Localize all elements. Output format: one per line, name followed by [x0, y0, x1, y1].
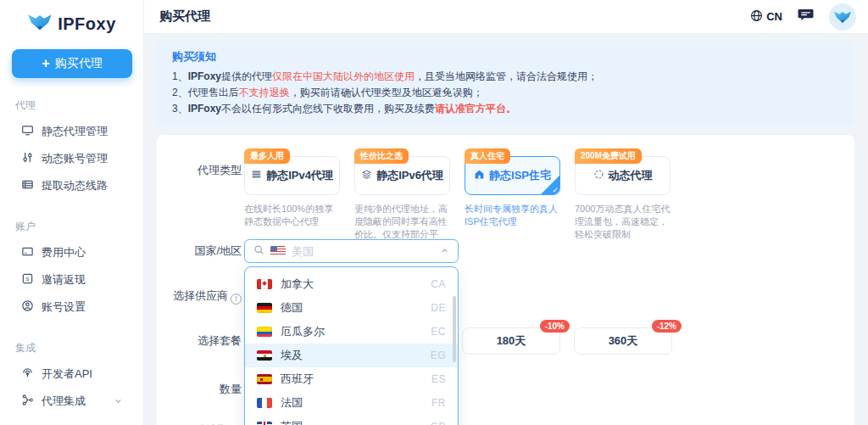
top-header: 购买代理 CN	[144, 0, 868, 34]
supplier-label: 选择供应商!	[157, 288, 242, 305]
autorenew-label: 自动续期!	[157, 422, 242, 425]
flag-spain-icon	[257, 374, 272, 384]
server-icon	[21, 178, 34, 193]
discount-badge: -12%	[652, 320, 682, 333]
messages-button[interactable]	[798, 8, 814, 25]
country-option-spain[interactable]: 西班牙ES	[245, 367, 458, 391]
user-avatar[interactable]	[829, 3, 856, 31]
proxy-type-name: 静态IPv4代理	[266, 168, 333, 183]
globe-icon	[750, 9, 763, 25]
sidebar-item-referral[interactable]: s 邀请返现	[0, 266, 143, 294]
chevron-down-icon	[114, 395, 123, 408]
package-name: 360天	[609, 333, 638, 349]
sidebar-item-static-proxy[interactable]: 静态代理管理	[0, 118, 143, 145]
flag-us-icon	[270, 246, 286, 256]
proxy-type-name: 静态ISP住宅	[489, 168, 551, 183]
sidebar-section-account: 账户	[15, 220, 143, 234]
cashback-icon: s	[21, 272, 34, 288]
sidebar-item-billing[interactable]: 费用中心	[0, 239, 143, 266]
info-icon[interactable]: !	[231, 294, 242, 305]
proxy-type-name: 静态IPv6代理	[376, 168, 443, 183]
billing-card-icon	[21, 245, 34, 260]
sidebar-item-label: 静态代理管理	[42, 124, 108, 139]
package-option-180[interactable]: 180天 -10%	[462, 327, 560, 355]
country-select-input[interactable]	[244, 239, 459, 263]
svg-text:s: s	[26, 276, 30, 282]
country-label: 国家/地区	[157, 243, 242, 260]
purchase-form-panel: 代理类型 最多人用 静态IPv4代理 在线时长100%的独享静态数据中心代理 性…	[157, 135, 854, 425]
notice-line-2: 2、代理售出后不支持退换，购买前请确认代理类型及地区避免误购；	[172, 85, 839, 101]
notice-line-1: 1、IPFoxy提供的代理仅限在中国大陆以外的地区使用，且受当地网络监管，请合法…	[172, 69, 839, 85]
country-dropdown: 加拿大CA 德国DE 厄瓜多尔EC 埃及EG 西班牙ES 法国FR 英国GB	[244, 266, 459, 425]
country-option-germany[interactable]: 德国DE	[245, 296, 458, 320]
badge-best-value: 性价比之选	[354, 148, 409, 164]
package-option-360[interactable]: 360天 -12%	[574, 327, 672, 355]
search-icon	[253, 243, 264, 259]
integration-icon	[21, 394, 34, 409]
proxy-type-card-isp[interactable]: 真人住宅 静态ISP住宅 ✓ 长时间专属独享的真人ISP住宅代理	[465, 148, 560, 254]
sidebar-item-dynamic-accounts[interactable]: 动态账号管理	[0, 145, 143, 172]
country-search-field[interactable]	[292, 245, 434, 258]
sidebar-item-label: 开发者API	[42, 366, 92, 382]
country-option-egypt[interactable]: 埃及EG	[245, 344, 458, 367]
sidebar-item-developer-api[interactable]: 开发者API	[0, 361, 143, 388]
sidebar-item-label: 提取动态线路	[42, 178, 108, 193]
fox-logo-icon	[27, 12, 53, 36]
proxy-type-desc: 7000万动态真人住宅代理流量包，高速稳定，轻松突破限制	[575, 203, 670, 241]
sidebar-item-label: 动态账号管理	[42, 151, 108, 166]
flag-canada-icon	[257, 279, 272, 289]
sidebar-item-label: 代理集成	[42, 394, 86, 409]
main-content: 购买须知 1、IPFoxy提供的代理仅限在中国大陆以外的地区使用，且受当地网络监…	[144, 34, 868, 425]
buy-proxy-button[interactable]: + 购买代理	[12, 49, 132, 78]
sidebar-item-label: 费用中心	[42, 245, 86, 260]
ipv6-layers-icon	[361, 169, 372, 182]
sliders-icon	[21, 151, 34, 166]
plus-icon: +	[42, 56, 49, 71]
sidebar-item-label: 邀请返现	[42, 272, 86, 288]
flag-egypt-icon	[257, 350, 272, 361]
badge-most-popular: 最多人用	[244, 148, 290, 164]
sidebar-item-extract-lines[interactable]: 提取动态线路	[0, 172, 143, 199]
proxy-type-desc: 长时间专属独享的真人ISP住宅代理	[465, 203, 560, 228]
language-switcher[interactable]: CN	[750, 9, 782, 25]
sidebar-item-account-settings[interactable]: 账号设置	[0, 294, 143, 321]
notice-title: 购买须知	[172, 49, 839, 64]
country-option-canada[interactable]: 加拿大CA	[245, 272, 458, 296]
proxy-type-cards: 最多人用 静态IPv4代理 在线时长100%的独享静态数据中心代理 性价比之选 …	[244, 148, 670, 254]
brand-logo[interactable]: IPFoxy	[0, 12, 143, 36]
flag-france-icon	[257, 398, 272, 408]
brand-name: IPFoxy	[58, 14, 116, 34]
sidebar-item-proxy-integration[interactable]: 代理集成	[0, 388, 143, 415]
api-broadcast-icon	[21, 366, 34, 382]
selected-check-icon: ✓	[552, 186, 559, 194]
purchase-notice: 购买须知 1、IPFoxy提供的代理仅限在中国大陆以外的地区使用，且受当地网络监…	[157, 41, 854, 126]
house-icon	[474, 169, 485, 182]
badge-free-trial: 200M免费试用	[575, 148, 642, 164]
buy-proxy-label: 购买代理	[55, 56, 103, 71]
refresh-icon	[593, 169, 604, 182]
page-title: 购买代理	[159, 8, 210, 25]
proxy-type-name: 动态代理	[609, 168, 653, 183]
sidebar: IPFoxy + 购买代理 代理 静态代理管理 动态账号管理 提取动态线路 账户…	[0, 0, 144, 425]
proxy-type-card-dynamic[interactable]: 200M免费试用 动态代理 7000万动态真人住宅代理流量包，高速稳定，轻松突破…	[575, 148, 670, 254]
proxy-type-card-ipv4[interactable]: 最多人用 静态IPv4代理 在线时长100%的独享静态数据中心代理	[244, 148, 340, 254]
quantity-label: 数量	[157, 381, 242, 398]
country-option-ecuador[interactable]: 厄瓜多尔EC	[245, 320, 458, 344]
sidebar-section-proxy: 代理	[15, 98, 143, 113]
notice-line-3: 3、IPFoxy不会以任何形式向您线下收取费用，购买及续费请认准官方平台。	[172, 101, 839, 117]
sidebar-section-integration: 集成	[15, 341, 143, 355]
monitor-icon	[21, 124, 34, 139]
proxy-type-card-ipv6[interactable]: 性价比之选 静态IPv6代理 更纯净的代理地址，高度隐蔽的同时享有高性价比。仅支…	[354, 148, 450, 254]
country-option-france[interactable]: 法国FR	[245, 391, 458, 415]
flag-germany-icon	[257, 303, 272, 313]
sidebar-item-label: 账号设置	[42, 299, 86, 315]
flag-uk-icon	[257, 422, 272, 425]
country-option-uk[interactable]: 英国GB	[245, 415, 458, 425]
flag-ecuador-icon	[257, 327, 272, 337]
ipv4-grid-icon	[251, 169, 262, 182]
dropdown-scrollbar[interactable]	[453, 296, 456, 362]
chevron-up-icon	[440, 243, 449, 259]
language-label: CN	[766, 10, 782, 23]
package-options: 180天 -10% 360天 -12%	[462, 327, 672, 355]
discount-badge: -10%	[540, 320, 570, 333]
